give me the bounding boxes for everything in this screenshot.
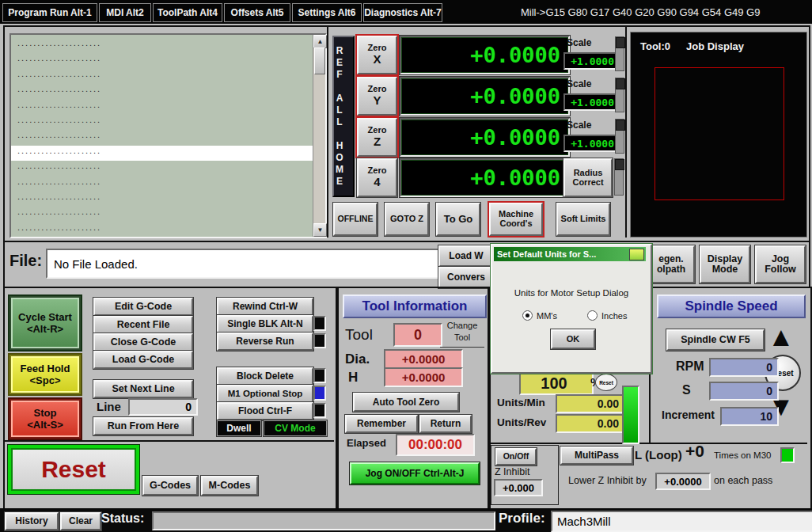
radio-inches[interactable]: Inches [587,310,627,321]
dialog-titlebar-button[interactable] [629,249,644,260]
load-wizards-button[interactable]: Load W [438,245,494,267]
auto-tool-zero-button[interactable]: Auto Tool Zero [353,393,459,412]
tab-program-run[interactable]: Program Run Alt-1 [2,3,97,22]
cycle-start-line1: Cycle Start [18,311,72,323]
scroll-down-icon[interactable]: ▼ [313,223,327,237]
dro-4-readout[interactable]: +0.0000 [400,158,570,197]
increment-field[interactable]: 10 [720,407,779,426]
conversational-button[interactable]: Convers [438,267,494,288]
tab-settings[interactable]: Settings Alt6 [292,3,362,22]
units-rev-field[interactable]: 0.00 [556,414,625,433]
remember-button[interactable]: Remember [345,415,418,433]
radio-mms[interactable]: MM's [522,310,557,321]
feed-hold-line2: <Spc> [29,374,60,386]
dialog-titlebar[interactable]: Set Default Units for S... [494,247,646,261]
tab-diagnostics[interactable]: Diagnostics Alt-7 [363,3,442,22]
m1-optional-stop-button[interactable]: M1 Optional Stop [217,385,313,403]
spindle-up-icon[interactable]: ▲ [768,323,795,350]
scrollbar-thumb[interactable] [314,48,325,74]
set-next-line-button[interactable]: Set Next Line [93,380,193,398]
offline-button[interactable]: OFFLINE [333,203,378,236]
reset-button[interactable]: Reset [8,445,139,494]
to-go-button[interactable]: To Go [436,203,480,236]
scale-x-slider-knob[interactable] [616,37,625,48]
dialog-ok-button[interactable]: OK [551,329,595,349]
tab-offsets[interactable]: Offsets Alt5 [224,3,290,22]
jog-follow-button[interactable]: Jog Follow [755,245,806,283]
scale-y-slider-knob[interactable] [616,78,625,89]
feedrate-bar[interactable] [622,386,639,444]
units-min-field[interactable]: 0.00 [556,394,625,413]
dro-y-readout[interactable]: +0.0000 [400,77,570,116]
goto-z-button[interactable]: GOTO Z [385,203,429,236]
gcodes-button[interactable]: G-Codes [142,476,198,496]
block-delete-button[interactable]: Block Delete [217,367,313,386]
fro-reset-button[interactable]: Reset [595,374,617,391]
soft-limits-button[interactable]: Soft Limits [556,203,610,236]
radius-correct-slider-knob[interactable] [615,159,624,170]
rewind-button[interactable]: Rewind Ctrl-W [217,298,313,316]
ref-all-home-button[interactable]: REF ALL HOME [332,36,355,197]
line-number-field[interactable]: 0 [128,398,198,416]
gcode-display[interactable]: ..................... ..................… [9,33,327,238]
machine-coords-button[interactable]: Machine Coord's [489,203,543,236]
single-blk-button[interactable]: Single BLK Alt-N [217,315,313,333]
return-button[interactable]: Return [419,415,472,433]
lower-z-inhibit-field[interactable]: +0.0000 [655,473,711,490]
scale-y-slider[interactable] [615,78,624,112]
spindle-cw-button[interactable]: Spindle CW F5 [666,329,765,351]
scale-z-slider[interactable] [615,119,624,154]
scale-z-label: Scale [567,120,591,131]
close-gcode-button[interactable]: Close G-Code [93,333,193,352]
zero-4-button[interactable]: Zero4 [357,158,397,197]
z-inhibit-field[interactable]: +0.000 [494,479,543,496]
reverse-run-button[interactable]: Reverse Run [217,332,313,351]
dro-z-readout[interactable]: +0.0000 [400,118,570,157]
stop-button[interactable]: Stop <Alt-S> [9,399,81,439]
elapsed-field: 00:00:00 [396,434,475,456]
zero-z-button[interactable]: ZeroZ [357,118,397,157]
z-inhibit-onoff-button[interactable]: On/Off [495,448,537,466]
cv-mode-indicator[interactable]: CV Mode [264,420,327,436]
gcode-scrollbar[interactable]: ▲ ▼ [313,35,325,237]
h-field[interactable]: +0.0000 [384,367,463,387]
mcodes-button[interactable]: M-Codes [201,476,258,496]
radio-unselected-icon [587,310,598,321]
feedrate-percent-field[interactable]: 100 [519,372,594,395]
scale-z-slider-knob[interactable] [616,120,625,131]
tab-toolpath[interactable]: ToolPath Alt4 [153,3,222,22]
multipass-button[interactable]: MultiPass [560,446,633,465]
change-tool-button[interactable]: Change Tool [440,320,484,348]
s-field[interactable]: 0 [709,382,779,401]
radius-correct-button[interactable]: Radius Correct [563,158,613,197]
cycle-start-button[interactable]: Cycle Start <Alt-R> [9,296,81,350]
regen-toolpath-button[interactable]: egen. olpath [647,245,695,283]
jog-onoff-button[interactable]: Jog ON/OFF Ctrl-Alt-J [350,462,480,484]
clear-button[interactable]: Clear [60,512,101,530]
flood-button[interactable]: Flood Ctrl-F [217,402,313,420]
rpm-field[interactable]: 0 [709,358,779,377]
loop-value-field[interactable]: +0 [685,442,704,461]
zero-x-button[interactable]: ZeroX [357,36,397,74]
dia-field[interactable]: +0.0000 [384,349,463,369]
history-button[interactable]: History [5,512,59,530]
zero-y-button[interactable]: ZeroY [357,77,397,116]
edit-gcode-button[interactable]: Edit G-Code [93,298,193,316]
run-from-here-button[interactable]: Run From Here [93,417,193,435]
display-mode-button[interactable]: Display Mode [700,245,750,283]
scroll-up-icon[interactable]: ▲ [313,35,327,48]
radio-selected-icon [522,310,533,321]
tab-mdi[interactable]: MDI Alt2 [99,3,151,22]
tool-number-field[interactable]: 0 [393,323,442,347]
radius-correct-slider[interactable] [614,158,624,196]
load-gcode-button[interactable]: Load G-Code [93,351,193,369]
m30-led [780,447,795,463]
dro-x-readout[interactable]: +0.0000 [400,36,570,74]
scale-x-slider[interactable] [615,36,624,71]
dwell-indicator[interactable]: Dwell [217,420,261,436]
recent-file-button[interactable]: Recent File [93,316,193,334]
feed-hold-button[interactable]: Feed Hold <Spc> [9,355,81,394]
dialog-title: Set Default Units for S... [494,249,596,259]
gcode-line: ..................... [11,115,313,130]
file-name-field[interactable]: No File Loaded. [46,249,442,279]
